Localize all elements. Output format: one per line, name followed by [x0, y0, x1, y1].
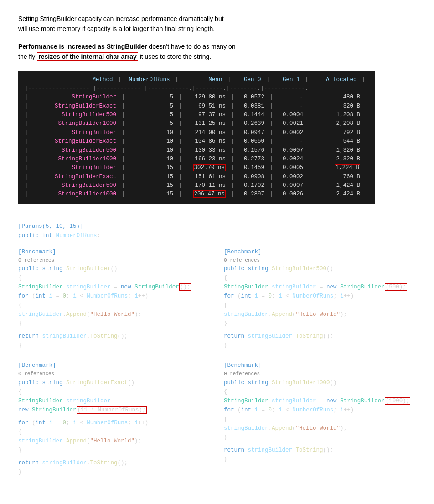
col-header-gen0: Gen 0: [231, 76, 263, 84]
table-row: | StringBuilderExact | 10 | 104.86 ns | …: [25, 137, 369, 146]
table-row: | StringBuilder500 | 5 | 97.37 ns | 0.14…: [25, 111, 369, 119]
brace-open-1: {: [18, 273, 210, 283]
intro-para2: Performance is increased as StringBuilde…: [18, 41, 392, 62]
code-section: [Params(5, 10, 15)] public int NumberOfR…: [18, 222, 416, 488]
sig-4: public string StringBuilder1000(): [224, 378, 416, 387]
cell-runs: 5: [125, 93, 175, 102]
cell-gen1: 0.0005: [273, 164, 305, 172]
cell-alloc: 1,224 B: [312, 164, 362, 172]
code-block-stringbuilder: [Benchmark] 0 references public string S…: [18, 247, 210, 350]
for-brace-2: {: [18, 427, 210, 437]
sig-1: public string StringBuilder(): [18, 264, 210, 273]
benchmark-table: Method | NumberOfRuns | Mean | Gen 0 | G…: [18, 71, 375, 204]
body-3: StringBuilder stringBuilder = new String…: [224, 283, 416, 292]
cell-alloc: 1,424 B: [312, 181, 362, 190]
cell-mean: 130.33 ns: [182, 146, 227, 155]
body-1: StringBuilder stringBuilder = new String…: [18, 283, 210, 292]
brace-close-4: }: [224, 455, 416, 464]
body-2a: StringBuilder stringBuilder =: [18, 396, 210, 406]
benchmark-attr-1: [Benchmark]: [18, 247, 210, 257]
intro-suffix: it uses to store the string.: [138, 53, 211, 60]
intro-section: Setting StringBuilder capacity can incre…: [18, 14, 392, 62]
refs-1: 0 references: [18, 257, 210, 265]
cell-method: StringBuilder: [31, 129, 118, 137]
table-row: | StringBuilder1000 | 5 | 131.25 ns | 0.…: [25, 119, 369, 128]
brace-close-1: }: [18, 341, 210, 350]
brace-open-3: {: [224, 273, 416, 283]
sig-3: public string StringBuilder500(): [224, 264, 416, 273]
body-2b: new StringBuilder(11 * NumberOfRuns);: [18, 406, 210, 415]
cell-gen0: 0.1702: [234, 181, 266, 190]
for-brace-1: {: [18, 301, 210, 310]
table-row: | StringBuilder | 15 | 302.70 ns | 0.145…: [25, 164, 369, 172]
cell-gen0: 0.0650: [234, 137, 266, 146]
return-2: return stringBuilder.ToString();: [18, 458, 210, 468]
cell-runs: 15: [125, 173, 175, 181]
code-block-stringbuilderexact: [Benchmark] 0 references public string S…: [18, 361, 210, 477]
cell-alloc: 1,208 B: [312, 111, 362, 119]
cell-gen1: -: [273, 137, 305, 146]
table-row: | StringBuilder500 | 10 | 130.33 ns | 0.…: [25, 146, 369, 155]
for-3: for (int i = 0; i < NumberOfRuns; i++): [224, 292, 416, 301]
intro-bold-prefix: Performance is increased as StringBuilde…: [18, 43, 147, 50]
cell-alloc: 320 B: [312, 102, 362, 111]
table-row: | StringBuilder | 5 | 129.80 ns | 0.0572…: [25, 93, 369, 102]
cell-gen1: 0.0007: [273, 181, 305, 190]
cell-method: StringBuilder1000: [31, 119, 118, 128]
cell-mean: 104.86 ns: [182, 137, 227, 146]
cell-runs: 5: [125, 119, 175, 128]
table-row: | StringBuilderExact | 5 | 69.51 ns | 0.…: [25, 102, 369, 111]
cell-runs: 5: [125, 111, 175, 119]
cell-runs: 15: [125, 164, 175, 172]
cell-runs: 15: [125, 181, 175, 190]
for-close-4: }: [224, 433, 416, 442]
cell-alloc: 480 B: [312, 93, 362, 102]
sig-2: public string StringBuilderExact(): [18, 378, 210, 387]
refs-3: 0 references: [224, 257, 416, 265]
for-4: for (int i = 0; i < NumberOfRuns; i++): [224, 406, 416, 415]
for-close-2: }: [18, 446, 210, 455]
cell-runs: 10: [125, 155, 175, 164]
brace-close-3: }: [224, 341, 416, 350]
cell-mean: 97.37 ns: [182, 111, 227, 119]
for-brace-3: {: [224, 301, 416, 310]
cell-method: StringBuilder1000: [31, 155, 118, 164]
cell-runs: 5: [125, 102, 175, 111]
col-header-mean: Mean: [179, 76, 224, 84]
cell-method: StringBuilder500: [31, 146, 118, 155]
cell-mean: 206.47 ns: [182, 190, 227, 199]
benchmark-attr-3: [Benchmark]: [224, 247, 416, 257]
cell-mean: 131.25 ns: [182, 119, 227, 128]
cell-runs: 10: [125, 137, 175, 146]
cell-method: StringBuilderExact: [31, 173, 118, 181]
code-columns: [Benchmark] 0 references public string S…: [18, 247, 416, 488]
params-block: [Params(5, 10, 15)] public int NumberOfR…: [18, 222, 416, 240]
append-1: stringBuilder.Append("Hello World");: [18, 310, 210, 319]
cell-gen1: 0.0002: [273, 129, 305, 137]
table-row: | StringBuilder1000 | 10 | 166.23 ns | 0…: [25, 155, 369, 164]
cell-gen1: 0.0026: [273, 190, 305, 199]
cell-method: StringBuilderExact: [31, 102, 118, 111]
col-header-runs: NumberOfRuns: [122, 76, 172, 84]
cell-gen1: -: [273, 93, 305, 102]
intro-highlighted-phrase: resizes of the internal char array: [37, 52, 138, 61]
cell-gen0: 0.0572: [234, 93, 266, 102]
cell-gen1: 0.0021: [273, 119, 305, 128]
intro-para1: Setting StringBuilder capacity can incre…: [18, 14, 392, 34]
cell-alloc: 2,424 B: [312, 190, 362, 199]
cell-method: StringBuilder: [31, 164, 118, 172]
table-row: | StringBuilder500 | 15 | 170.11 ns | 0.…: [25, 181, 369, 190]
benchmark-attr-4: [Benchmark]: [224, 361, 416, 370]
for-brace-4: {: [224, 415, 416, 424]
cell-method: StringBuilder1000: [31, 190, 118, 199]
cell-mean: 69.51 ns: [182, 102, 227, 111]
table-separator: |------------------ |------------- |----…: [25, 84, 369, 93]
cell-mean: 129.80 ns: [182, 93, 227, 102]
cell-runs: 10: [125, 146, 175, 155]
for-close-3: }: [224, 319, 416, 328]
cell-gen1: -: [273, 102, 305, 111]
cell-mean: 302.70 ns: [182, 164, 227, 172]
cell-method: StringBuilder: [31, 93, 118, 102]
return-4: return stringBuilder.ToString();: [224, 446, 416, 455]
cell-gen1: 0.0004: [273, 111, 305, 119]
